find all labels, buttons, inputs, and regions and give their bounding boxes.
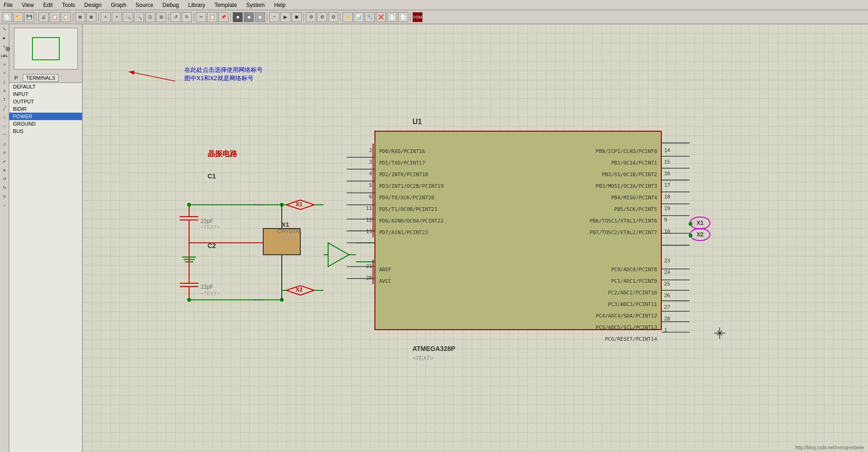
- preview-box: ⊕: [14, 28, 78, 70]
- term-input[interactable]: INPUT: [9, 90, 82, 98]
- zoom-area-button[interactable]: ⊞: [156, 12, 166, 22]
- draw-rect[interactable]: □: [0, 113, 9, 121]
- bus-tool[interactable]: +: [0, 69, 9, 77]
- menu-design[interactable]: Design: [82, 1, 103, 9]
- svg-point-21: [187, 298, 191, 302]
- menu-template[interactable]: Template: [213, 1, 239, 9]
- menu-source[interactable]: Source: [134, 1, 155, 9]
- wire-button[interactable]: ~: [269, 12, 279, 22]
- sim4-button[interactable]: ❌: [376, 12, 386, 22]
- svg-marker-32: [286, 286, 314, 295]
- fill3-button[interactable]: ■: [255, 12, 265, 22]
- label-tool[interactable]: LBL: [0, 51, 9, 60]
- zoom-out-button[interactable]: 🔍: [134, 12, 144, 22]
- save-button[interactable]: 💾: [24, 12, 34, 22]
- c1-text: <TEXT>: [201, 224, 220, 230]
- sim2-button[interactable]: 📊: [354, 12, 364, 22]
- tab-terminals[interactable]: TERMINALS: [23, 74, 58, 82]
- open-button[interactable]: 📂: [13, 12, 23, 22]
- menu-tools[interactable]: Tools: [60, 1, 77, 9]
- tool1-button[interactable]: ⚙: [306, 12, 316, 22]
- svg-line-0: [129, 72, 175, 82]
- svg-text:X2: X2: [296, 286, 303, 293]
- resize-h[interactable]: ↔: [0, 201, 9, 210]
- paste-button[interactable]: 📌: [218, 12, 228, 22]
- toolbar-separator-10: [410, 13, 411, 22]
- svg-line-68: [717, 331, 722, 335]
- pin-nums-left-2: 2120: [351, 261, 372, 284]
- grid-button[interactable]: ▦: [75, 12, 85, 22]
- text-tool[interactable]: T: [0, 95, 9, 104]
- x2-net-text-ic: X2: [697, 231, 703, 238]
- toolbar-separator-1: [36, 13, 37, 22]
- print-button[interactable]: 🖨: [38, 12, 49, 22]
- menu-edit[interactable]: Edit: [41, 1, 55, 9]
- sim6-button[interactable]: 📄: [398, 12, 408, 22]
- menu-graph[interactable]: Graph: [109, 1, 128, 9]
- menu-help[interactable]: Help: [272, 1, 287, 9]
- select-tool[interactable]: ↖: [0, 25, 9, 33]
- print2-button[interactable]: 📋: [50, 12, 60, 22]
- term-power[interactable]: POWER: [9, 113, 82, 120]
- new-button[interactable]: 📄: [2, 12, 12, 22]
- toolbar-separator-2: [73, 13, 73, 22]
- marker-tool[interactable]: ✔: [0, 157, 9, 166]
- origin-tool[interactable]: ⊕: [0, 166, 9, 174]
- svg-text:X1: X1: [296, 201, 303, 208]
- pin-nums-left: 23456111213: [351, 145, 372, 237]
- term-output[interactable]: OUTPUT: [9, 98, 82, 105]
- draw-circle[interactable]: ○: [0, 122, 9, 130]
- add-button[interactable]: +: [101, 12, 111, 22]
- net-tool[interactable]: ≡: [0, 87, 9, 95]
- arc-tool[interactable]: ◠: [0, 131, 9, 139]
- term-ground[interactable]: GROUND: [9, 120, 82, 127]
- extra-button[interactable]: VSM: [412, 12, 423, 22]
- tool3-button[interactable]: ⚙: [328, 12, 338, 22]
- canvas-area[interactable]: X1 X2: [82, 24, 868, 452]
- sim5-button[interactable]: 📄: [387, 12, 397, 22]
- undo-icon[interactable]: ↺: [0, 175, 9, 183]
- symbol-tool[interactable]: A: [0, 148, 9, 157]
- svg-point-22: [280, 298, 284, 302]
- c1-value: 22pF: [201, 218, 213, 224]
- zoom-in-button[interactable]: 🔍: [123, 12, 133, 22]
- menu-debug[interactable]: Debug: [161, 1, 181, 9]
- tool2-button[interactable]: ⚙: [317, 12, 327, 22]
- c2-label: C2: [208, 242, 216, 249]
- copy2-button[interactable]: 📋: [207, 12, 217, 22]
- svg-point-11: [187, 203, 191, 207]
- fill2-button[interactable]: ■: [244, 12, 254, 22]
- stop-button[interactable]: ⏹: [291, 12, 302, 22]
- bus-wire-tool[interactable]: |: [0, 78, 9, 86]
- draw-line[interactable]: ╱: [0, 104, 9, 113]
- ic-title: U1: [412, 118, 422, 126]
- menu-system[interactable]: System: [244, 1, 266, 9]
- run-button[interactable]: ▶: [280, 12, 291, 22]
- fill-button[interactable]: ■: [233, 12, 243, 22]
- copy-button[interactable]: 📋: [61, 12, 71, 22]
- term-bus[interactable]: BUS: [9, 127, 82, 135]
- zoom-fit-button[interactable]: ⊡: [145, 12, 155, 22]
- terminal-list: DEFAULT INPUT OUTPUT BIDIR POWER GROUND …: [9, 83, 82, 452]
- redo-icon[interactable]: ↻: [0, 184, 9, 192]
- cut-button[interactable]: ✂: [196, 12, 206, 22]
- polygon-tool[interactable]: △: [0, 140, 9, 148]
- c2-value: 22pF: [201, 284, 213, 290]
- preview-crosshair: ⊕: [5, 45, 11, 52]
- sim3-button[interactable]: 🔧: [365, 12, 375, 22]
- sim1-button[interactable]: ⚡: [342, 12, 353, 22]
- component-tool[interactable]: ►: [0, 34, 9, 42]
- menu-view[interactable]: View: [20, 1, 36, 9]
- term-bidir[interactable]: BIDIR: [9, 105, 82, 113]
- grid2-button[interactable]: ▦: [86, 12, 96, 22]
- terminal-header: P TERMINALS: [9, 73, 82, 83]
- menu-file[interactable]: File: [2, 1, 14, 9]
- undo-button[interactable]: ↺: [171, 12, 181, 22]
- power-tool[interactable]: ≡: [0, 60, 9, 69]
- redo-button[interactable]: ↻: [182, 12, 192, 22]
- add2-button[interactable]: +: [112, 12, 122, 22]
- tab-p[interactable]: P: [11, 74, 21, 82]
- main-layout: ↖ ► + LBL ≡ + | ≡ T ╱ □ ○ ◠ △ A ✔ ⊕ ↺ ↻ …: [0, 24, 868, 452]
- term-default[interactable]: DEFAULT: [9, 83, 82, 90]
- menu-library[interactable]: Library: [186, 1, 207, 9]
